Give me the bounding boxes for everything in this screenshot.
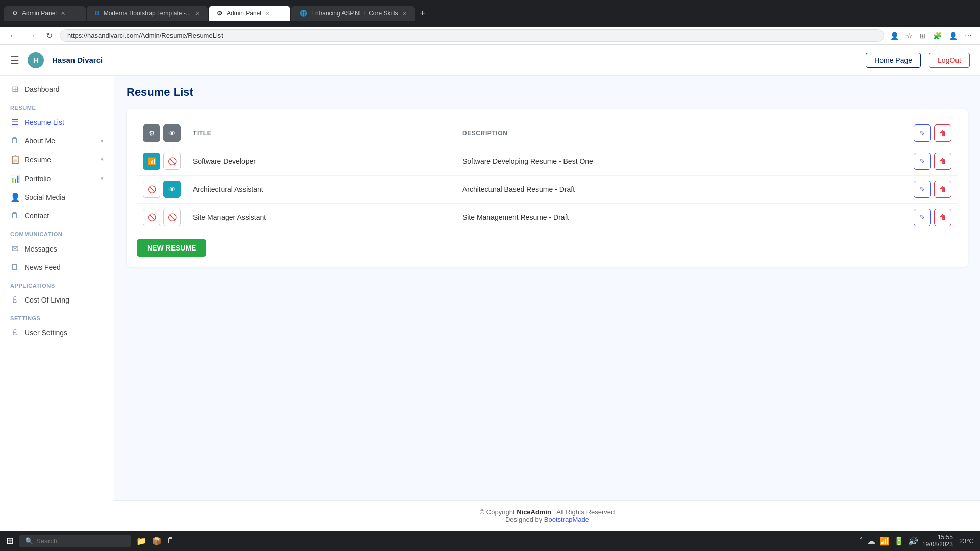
browser-tabs: ⚙ Admin Panel ✕ B Moderna Bootstrap Temp… <box>4 6 429 21</box>
row2-actions: ✎ 🗑 <box>908 176 958 204</box>
sidebar-item-portfolio[interactable]: 📊 Portfolio ▾ <box>0 169 114 188</box>
sidebar-item-dashboard[interactable]: ⊞ Dashboard <box>0 80 114 98</box>
tab-favicon-2: B <box>95 10 100 17</box>
cost-of-living-icon: £ <box>10 295 19 305</box>
account-icon[interactable]: 👤 <box>947 30 960 42</box>
row2-description: Architectural Based Resume - Draft <box>456 176 908 204</box>
back-button[interactable]: ← <box>6 29 20 42</box>
resume-list-icon: ☰ <box>10 117 19 127</box>
browser-controls: ← → ↻ 👤 ☆ ⊞ 🧩 👤 ⋯ <box>0 27 980 45</box>
sidebar-nav: ⊞ Dashboard RESUME ☰ Resume List 🗒 About… <box>0 76 114 531</box>
more-menu-icon[interactable]: ⋯ <box>963 30 974 42</box>
row3-toggle-cell: 🚫 🚫 <box>137 204 187 232</box>
tab-favicon-4: 🌐 <box>300 10 307 17</box>
topbar: ☰ H Hasan Divarci Home Page LogOut <box>0 45 980 76</box>
footer-designed-by-text: Designed by <box>505 516 544 523</box>
header-btn-row: ⚙ 👁 <box>143 124 181 142</box>
header-delete-button[interactable]: 🗑 <box>934 124 951 142</box>
user-settings-icon: £ <box>10 328 19 337</box>
sidebar-label-cost-of-living: Cost Of Living <box>24 296 69 304</box>
sidebar-label-resume: Resume <box>24 156 51 164</box>
row3-btn-row: 🚫 🚫 <box>143 209 181 226</box>
extensions-icon[interactable]: 🧩 <box>931 30 944 42</box>
tab-close-3[interactable]: ✕ <box>265 10 270 17</box>
row3-edit-button[interactable]: ✎ <box>914 209 931 226</box>
row3-wifi-slash-button[interactable]: 🚫 <box>143 209 160 226</box>
row2-wifi-slash-button[interactable]: 🚫 <box>143 181 160 198</box>
sidebar-item-resume[interactable]: 📋 Resume ▾ <box>0 150 114 169</box>
sidebar-item-contact[interactable]: 🗒 Contact <box>0 207 114 225</box>
sidebar-item-user-settings[interactable]: £ User Settings <box>0 323 114 342</box>
portfolio-icon: 📊 <box>10 173 19 183</box>
new-resume-button[interactable]: NEW RESUME <box>137 239 206 257</box>
browser-tab-1[interactable]: ⚙ Admin Panel ✕ <box>4 6 86 21</box>
footer-copyright-text: © Copyright <box>480 508 517 516</box>
row3-title: Site Manager Assistant <box>187 204 456 232</box>
hamburger-menu-icon[interactable]: ☰ <box>10 54 19 66</box>
news-feed-icon: 🗒 <box>10 263 19 272</box>
sidebar-label-user-settings: User Settings <box>24 329 67 337</box>
table-row: 🚫 👁 Architectural Assistant Architectura… <box>137 176 958 204</box>
header-edit-delete-row: ✎ 🗑 <box>914 124 951 142</box>
about-me-chevron: ▾ <box>101 138 104 144</box>
tab-close-2[interactable]: ✕ <box>195 10 200 17</box>
tab-close-4[interactable]: ✕ <box>402 10 407 17</box>
row1-title: Software Developer <box>187 147 456 176</box>
sidebar-section-settings: SETTINGS <box>0 309 114 323</box>
tab-label-3: Admin Panel <box>227 10 261 17</box>
tab-close-1[interactable]: ✕ <box>61 10 65 17</box>
browser-tab-4[interactable]: 🌐 Enhancing ASP.NET Core Skills ✕ <box>291 6 415 21</box>
row3-description: Site Management Resume - Draft <box>456 204 908 232</box>
collections-icon[interactable]: ⊞ <box>918 30 928 42</box>
browser-actions: 👤 ☆ ⊞ 🧩 👤 ⋯ <box>888 30 974 42</box>
row1-eye-slash-button[interactable]: 🚫 <box>163 153 181 170</box>
row2-eye-button[interactable]: 👁 <box>163 181 181 198</box>
row1-wifi-button[interactable]: 📶 <box>143 153 160 170</box>
homepage-button[interactable]: Home Page <box>866 53 921 68</box>
address-bar[interactable] <box>60 29 884 42</box>
footer-bootstrapmade-link[interactable]: BootstrapMade <box>544 516 589 523</box>
sidebar-item-cost-of-living[interactable]: £ Cost Of Living <box>0 291 114 309</box>
sidebar-item-news-feed[interactable]: 🗒 News Feed <box>0 258 114 277</box>
sidebar: ⊞ Dashboard RESUME ☰ Resume List 🗒 About… <box>0 76 114 531</box>
new-tab-button[interactable]: + <box>416 6 430 21</box>
logout-button[interactable]: LogOut <box>929 53 970 68</box>
sidebar-item-resume-list[interactable]: ☰ Resume List <box>0 113 114 132</box>
row2-delete-button[interactable]: 🗑 <box>934 181 951 198</box>
refresh-button[interactable]: ↻ <box>43 29 56 42</box>
row1-action-btns: ✎ 🗑 <box>914 153 951 170</box>
footer-brand-name: NiceAdmin <box>517 508 551 516</box>
row1-delete-button[interactable]: 🗑 <box>934 153 951 170</box>
profile-icon[interactable]: 👤 <box>888 30 901 42</box>
footer: © Copyright NiceAdmin . All Rights Reser… <box>114 500 980 531</box>
row3-delete-button[interactable]: 🗑 <box>934 209 951 226</box>
sidebar-item-social-media[interactable]: 👤 Social Media <box>0 188 114 207</box>
browser-tab-3[interactable]: ⚙ Admin Panel ✕ <box>209 6 290 21</box>
row2-edit-button[interactable]: ✎ <box>914 181 931 198</box>
dashboard-icon: ⊞ <box>10 84 19 94</box>
table-header-description: DESCRIPTION <box>456 119 908 147</box>
row1-edit-button[interactable]: ✎ <box>914 153 931 170</box>
browser-tab-2[interactable]: B Moderna Bootstrap Template -... ✕ <box>87 6 208 21</box>
footer-rights-text: . All Rights Reserved <box>553 508 615 516</box>
row2-btn-row: 🚫 👁 <box>143 181 181 198</box>
table-header-row: ⚙ 👁 TITLE DESCRIPTION ✎ 🗑 <box>137 119 958 147</box>
sidebar-label-portfolio: Portfolio <box>24 174 51 183</box>
row1-actions: ✎ 🗑 <box>908 147 958 176</box>
row1-btn-row: 📶 🚫 <box>143 153 181 170</box>
footer-copyright: © Copyright NiceAdmin . All Rights Reser… <box>121 508 973 516</box>
favorites-icon[interactable]: ☆ <box>904 30 915 42</box>
resume-icon: 📋 <box>10 155 19 164</box>
sidebar-item-about-me[interactable]: 🗒 About Me ▾ <box>0 132 114 150</box>
social-media-icon: 👤 <box>10 192 19 202</box>
header-eye-button[interactable]: 👁 <box>163 124 181 142</box>
sidebar-item-messages[interactable]: ✉ Messages <box>0 239 114 258</box>
header-settings-button[interactable]: ⚙ <box>143 124 160 142</box>
header-edit-button[interactable]: ✎ <box>914 124 931 142</box>
sidebar-label-news-feed: News Feed <box>24 263 61 271</box>
forward-button[interactable]: → <box>24 29 39 42</box>
row3-eye-slash-button[interactable]: 🚫 <box>163 209 181 226</box>
footer-designed-by: Designed by BootstrapMade <box>121 516 973 523</box>
tab-favicon-1: ⚙ <box>12 10 18 17</box>
table-header-actions-col: ⚙ 👁 <box>137 119 187 147</box>
